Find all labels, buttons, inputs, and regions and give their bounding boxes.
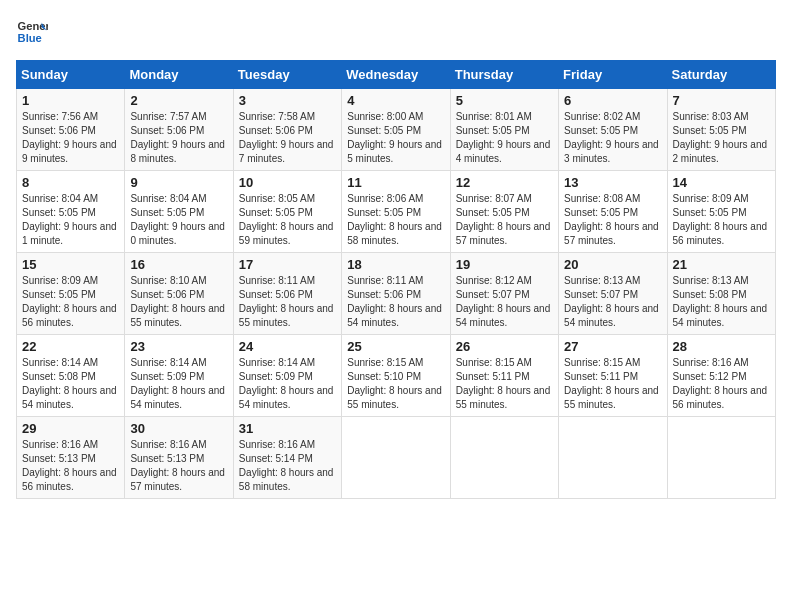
calendar-cell: 25Sunrise: 8:15 AM Sunset: 5:10 PM Dayli… <box>342 335 450 417</box>
calendar-cell: 16Sunrise: 8:10 AM Sunset: 5:06 PM Dayli… <box>125 253 233 335</box>
day-info: Sunrise: 8:11 AM Sunset: 5:06 PM Dayligh… <box>239 274 336 330</box>
day-info: Sunrise: 8:02 AM Sunset: 5:05 PM Dayligh… <box>564 110 661 166</box>
calendar-table: SundayMondayTuesdayWednesdayThursdayFrid… <box>16 60 776 499</box>
day-info: Sunrise: 8:16 AM Sunset: 5:12 PM Dayligh… <box>673 356 770 412</box>
calendar-cell: 20Sunrise: 8:13 AM Sunset: 5:07 PM Dayli… <box>559 253 667 335</box>
dow-header-tuesday: Tuesday <box>233 61 341 89</box>
day-number: 26 <box>456 339 553 354</box>
dow-header-thursday: Thursday <box>450 61 558 89</box>
calendar-cell <box>667 417 775 499</box>
svg-text:Blue: Blue <box>18 32 42 44</box>
day-info: Sunrise: 8:14 AM Sunset: 5:08 PM Dayligh… <box>22 356 119 412</box>
calendar-cell: 26Sunrise: 8:15 AM Sunset: 5:11 PM Dayli… <box>450 335 558 417</box>
day-number: 29 <box>22 421 119 436</box>
page-header: General Blue <box>16 16 776 48</box>
day-number: 23 <box>130 339 227 354</box>
day-number: 21 <box>673 257 770 272</box>
day-info: Sunrise: 8:11 AM Sunset: 5:06 PM Dayligh… <box>347 274 444 330</box>
calendar-cell: 1Sunrise: 7:56 AM Sunset: 5:06 PM Daylig… <box>17 89 125 171</box>
day-info: Sunrise: 8:15 AM Sunset: 5:11 PM Dayligh… <box>564 356 661 412</box>
day-info: Sunrise: 8:15 AM Sunset: 5:11 PM Dayligh… <box>456 356 553 412</box>
day-number: 2 <box>130 93 227 108</box>
day-info: Sunrise: 8:03 AM Sunset: 5:05 PM Dayligh… <box>673 110 770 166</box>
calendar-cell: 11Sunrise: 8:06 AM Sunset: 5:05 PM Dayli… <box>342 171 450 253</box>
calendar-cell: 19Sunrise: 8:12 AM Sunset: 5:07 PM Dayli… <box>450 253 558 335</box>
calendar-cell: 10Sunrise: 8:05 AM Sunset: 5:05 PM Dayli… <box>233 171 341 253</box>
dow-header-wednesday: Wednesday <box>342 61 450 89</box>
calendar-cell: 8Sunrise: 8:04 AM Sunset: 5:05 PM Daylig… <box>17 171 125 253</box>
calendar-cell: 22Sunrise: 8:14 AM Sunset: 5:08 PM Dayli… <box>17 335 125 417</box>
day-number: 27 <box>564 339 661 354</box>
day-info: Sunrise: 8:16 AM Sunset: 5:14 PM Dayligh… <box>239 438 336 494</box>
day-number: 19 <box>456 257 553 272</box>
calendar-cell: 6Sunrise: 8:02 AM Sunset: 5:05 PM Daylig… <box>559 89 667 171</box>
day-info: Sunrise: 7:56 AM Sunset: 5:06 PM Dayligh… <box>22 110 119 166</box>
day-number: 31 <box>239 421 336 436</box>
day-info: Sunrise: 8:13 AM Sunset: 5:08 PM Dayligh… <box>673 274 770 330</box>
day-info: Sunrise: 8:16 AM Sunset: 5:13 PM Dayligh… <box>130 438 227 494</box>
day-number: 24 <box>239 339 336 354</box>
day-info: Sunrise: 7:57 AM Sunset: 5:06 PM Dayligh… <box>130 110 227 166</box>
calendar-cell: 24Sunrise: 8:14 AM Sunset: 5:09 PM Dayli… <box>233 335 341 417</box>
calendar-cell: 15Sunrise: 8:09 AM Sunset: 5:05 PM Dayli… <box>17 253 125 335</box>
day-info: Sunrise: 8:06 AM Sunset: 5:05 PM Dayligh… <box>347 192 444 248</box>
calendar-cell: 4Sunrise: 8:00 AM Sunset: 5:05 PM Daylig… <box>342 89 450 171</box>
calendar-cell: 13Sunrise: 8:08 AM Sunset: 5:05 PM Dayli… <box>559 171 667 253</box>
calendar-cell: 7Sunrise: 8:03 AM Sunset: 5:05 PM Daylig… <box>667 89 775 171</box>
day-info: Sunrise: 7:58 AM Sunset: 5:06 PM Dayligh… <box>239 110 336 166</box>
calendar-cell <box>559 417 667 499</box>
calendar-cell: 17Sunrise: 8:11 AM Sunset: 5:06 PM Dayli… <box>233 253 341 335</box>
dow-header-friday: Friday <box>559 61 667 89</box>
day-info: Sunrise: 8:10 AM Sunset: 5:06 PM Dayligh… <box>130 274 227 330</box>
day-info: Sunrise: 8:04 AM Sunset: 5:05 PM Dayligh… <box>22 192 119 248</box>
calendar-cell: 5Sunrise: 8:01 AM Sunset: 5:05 PM Daylig… <box>450 89 558 171</box>
day-number: 6 <box>564 93 661 108</box>
day-number: 17 <box>239 257 336 272</box>
dow-header-sunday: Sunday <box>17 61 125 89</box>
calendar-cell: 29Sunrise: 8:16 AM Sunset: 5:13 PM Dayli… <box>17 417 125 499</box>
calendar-cell: 2Sunrise: 7:57 AM Sunset: 5:06 PM Daylig… <box>125 89 233 171</box>
calendar-cell: 21Sunrise: 8:13 AM Sunset: 5:08 PM Dayli… <box>667 253 775 335</box>
day-number: 4 <box>347 93 444 108</box>
day-info: Sunrise: 8:07 AM Sunset: 5:05 PM Dayligh… <box>456 192 553 248</box>
calendar-cell: 14Sunrise: 8:09 AM Sunset: 5:05 PM Dayli… <box>667 171 775 253</box>
day-number: 15 <box>22 257 119 272</box>
calendar-cell: 9Sunrise: 8:04 AM Sunset: 5:05 PM Daylig… <box>125 171 233 253</box>
logo-icon: General Blue <box>16 16 48 48</box>
day-number: 3 <box>239 93 336 108</box>
day-number: 14 <box>673 175 770 190</box>
day-info: Sunrise: 8:16 AM Sunset: 5:13 PM Dayligh… <box>22 438 119 494</box>
day-info: Sunrise: 8:14 AM Sunset: 5:09 PM Dayligh… <box>130 356 227 412</box>
day-number: 13 <box>564 175 661 190</box>
day-info: Sunrise: 8:00 AM Sunset: 5:05 PM Dayligh… <box>347 110 444 166</box>
day-number: 30 <box>130 421 227 436</box>
day-number: 22 <box>22 339 119 354</box>
dow-header-saturday: Saturday <box>667 61 775 89</box>
day-info: Sunrise: 8:04 AM Sunset: 5:05 PM Dayligh… <box>130 192 227 248</box>
day-number: 9 <box>130 175 227 190</box>
day-number: 18 <box>347 257 444 272</box>
day-info: Sunrise: 8:14 AM Sunset: 5:09 PM Dayligh… <box>239 356 336 412</box>
calendar-cell: 28Sunrise: 8:16 AM Sunset: 5:12 PM Dayli… <box>667 335 775 417</box>
day-number: 16 <box>130 257 227 272</box>
day-number: 28 <box>673 339 770 354</box>
calendar-cell: 30Sunrise: 8:16 AM Sunset: 5:13 PM Dayli… <box>125 417 233 499</box>
calendar-cell: 27Sunrise: 8:15 AM Sunset: 5:11 PM Dayli… <box>559 335 667 417</box>
day-info: Sunrise: 8:05 AM Sunset: 5:05 PM Dayligh… <box>239 192 336 248</box>
calendar-cell: 31Sunrise: 8:16 AM Sunset: 5:14 PM Dayli… <box>233 417 341 499</box>
calendar-cell <box>342 417 450 499</box>
day-info: Sunrise: 8:09 AM Sunset: 5:05 PM Dayligh… <box>22 274 119 330</box>
day-number: 12 <box>456 175 553 190</box>
day-number: 5 <box>456 93 553 108</box>
calendar-cell <box>450 417 558 499</box>
day-number: 20 <box>564 257 661 272</box>
day-number: 7 <box>673 93 770 108</box>
day-number: 1 <box>22 93 119 108</box>
day-number: 11 <box>347 175 444 190</box>
logo: General Blue <box>16 16 52 48</box>
calendar-cell: 23Sunrise: 8:14 AM Sunset: 5:09 PM Dayli… <box>125 335 233 417</box>
day-info: Sunrise: 8:12 AM Sunset: 5:07 PM Dayligh… <box>456 274 553 330</box>
calendar-cell: 12Sunrise: 8:07 AM Sunset: 5:05 PM Dayli… <box>450 171 558 253</box>
dow-header-monday: Monday <box>125 61 233 89</box>
day-number: 10 <box>239 175 336 190</box>
